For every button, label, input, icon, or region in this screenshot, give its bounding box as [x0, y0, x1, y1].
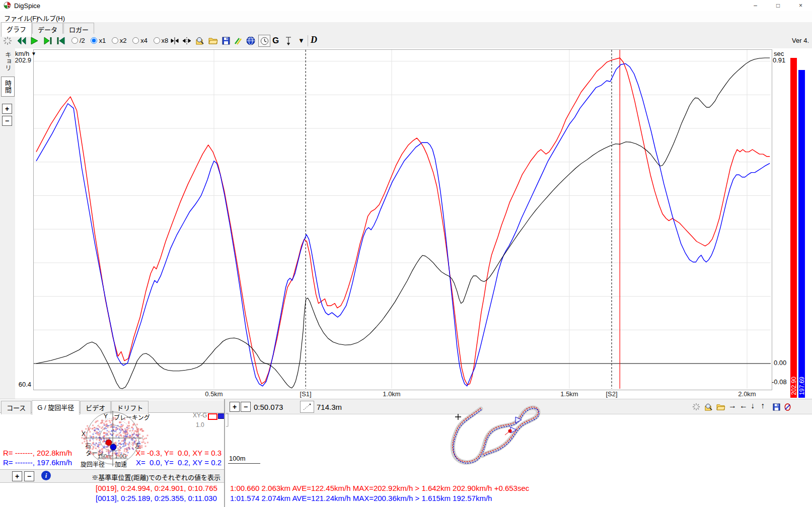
drift-d-button[interactable]: D [311, 35, 317, 45]
g-red-xy-value: X= -0.3, Y= 0.0, XY = 0.3 [121, 449, 222, 457]
map-scale-bar [228, 463, 260, 464]
shrink-horizontal-icon[interactable] [181, 35, 192, 46]
speed-label-x2: x2 [120, 37, 127, 44]
zoom-search-icon[interactable] [194, 35, 205, 46]
speed-option-x1[interactable]: x1 [91, 37, 106, 44]
g-red-r-value: R= -------, 202.8km/h [3, 449, 72, 457]
x-tick-[S2]: [S2] [597, 390, 627, 398]
speed-radio-x1[interactable] [91, 37, 97, 44]
map-time-value: 0:50.073 [254, 403, 283, 411]
g-zoom-out-button[interactable]: − [24, 471, 34, 481]
red-lap-status: [0019], 0:24.994, 0:24.901, 0:10.765 [96, 484, 217, 492]
g-zoom-in-button[interactable]: + [12, 471, 22, 481]
g-legend-scale: 1.0 [196, 421, 204, 428]
tab-course[interactable]: コース [1, 401, 31, 414]
speed-option-x8[interactable]: x8 [154, 37, 169, 44]
map-arrow-right-icon[interactable]: → [728, 401, 736, 410]
plus-glyph: + [5, 105, 9, 112]
g-view-button[interactable]: G [272, 36, 279, 46]
rail-tab-time[interactable]: 時間 [1, 77, 15, 97]
toolbar: /2 x1 x2 x4 x8 G ▼ D Ver 4. [0, 34, 812, 49]
marker-pen-icon[interactable] [233, 35, 244, 46]
y-right-min-label: -0.08 [772, 378, 787, 386]
open-folder-icon[interactable] [207, 35, 218, 46]
y-right-zero-label: 0.00 [774, 359, 786, 367]
map-arrow-up-icon[interactable]: ↑ [761, 401, 765, 410]
menu-help[interactable]: ヘルプ(H) [36, 13, 65, 23]
map-save-icon[interactable] [771, 401, 782, 412]
speed-option-x4[interactable]: x4 [132, 37, 147, 44]
x-tick-[S1]: [S1] [290, 390, 321, 398]
maximize-button[interactable]: □ [767, 0, 789, 11]
g-legend-label: XY-G [193, 412, 207, 419]
text-height-icon[interactable] [283, 35, 294, 46]
red-stats-line: 1:00.660 2.063km AVE=122.45km/h MAX=202.… [230, 484, 529, 492]
rail-zoom-in-button[interactable]: + [2, 104, 12, 114]
tab-drift[interactable]: ドリフト [111, 401, 149, 414]
speed-radio-half[interactable] [71, 37, 78, 44]
tab-video[interactable]: ビデオ [80, 401, 111, 414]
g-panel-note: ※基準車位置(距離)でのそれぞれの値を表示 [55, 472, 220, 482]
axis-dropdown-icon[interactable]: ▼ [31, 51, 36, 56]
speed-option-half[interactable]: /2 [71, 37, 85, 44]
refresh-burst-icon[interactable] [2, 35, 13, 46]
x-tick-2.0km: 2.0km [732, 390, 762, 398]
g-y-label: Y [104, 413, 108, 420]
map-distance-value: 714.3m [317, 403, 342, 411]
toolbar-divider [308, 35, 308, 46]
g-panel-control-row: + − i ※基準車位置(距離)でのそれぞれの値を表示 [0, 469, 224, 483]
menu-bar: ファイル(F) ヘルプ(H) [0, 11, 812, 22]
minus-glyph: − [244, 403, 248, 410]
minus-glyph: − [27, 473, 31, 480]
save-icon[interactable] [220, 35, 232, 46]
close-button[interactable]: × [789, 0, 812, 11]
play-icon[interactable] [29, 35, 40, 46]
step-forward-icon[interactable] [42, 35, 53, 46]
map-zoom-out-button[interactable]: − [241, 402, 251, 412]
g-braking-label: ブレーキング [114, 413, 150, 421]
map-zoom-search-icon[interactable] [703, 401, 714, 412]
track-map-area[interactable] [225, 414, 812, 482]
speed-radio-x4[interactable] [132, 37, 139, 44]
g-scale-m-label: 150m [98, 453, 112, 459]
tab-graph[interactable]: グラフ [1, 22, 32, 37]
map-burst-icon[interactable] [691, 401, 702, 412]
speed-label-x8: x8 [162, 37, 169, 44]
title-bar: DigSpice – □ × [0, 0, 812, 11]
g-x-label: X [82, 430, 86, 438]
info-icon[interactable]: i [41, 471, 51, 480]
rewind-icon[interactable] [16, 35, 27, 46]
playback-speed-group: /2 x1 x2 x4 x8 [71, 37, 172, 45]
map-zoom-in-button[interactable]: + [230, 402, 240, 412]
map-arrow-left-icon[interactable]: ← [740, 401, 748, 410]
dropdown-triangle-icon[interactable]: ▼ [298, 37, 305, 44]
clock-button[interactable] [258, 35, 270, 47]
speed-radio-x2[interactable] [112, 37, 118, 44]
tab-g-radius[interactable]: G / 旋回半径 [32, 400, 80, 415]
map-eraser-icon[interactable] [782, 401, 793, 412]
map-panel: + − 0:50.073 714.3m → ← ↓ ↑ 100m 1:00.66… [225, 399, 812, 507]
current-speed-bar-blue: 197.69 [798, 70, 805, 398]
x-tick-1.0km: 1.0km [377, 390, 407, 398]
map-arrow-down-icon[interactable]: ↓ [751, 401, 755, 410]
plus-glyph: + [15, 473, 19, 480]
plus-glyph: + [233, 403, 237, 410]
chart-plot-area[interactable] [33, 49, 772, 390]
speed-option-x2[interactable]: x2 [112, 37, 127, 44]
expand-horizontal-icon[interactable] [169, 35, 180, 46]
minimize-button[interactable]: – [744, 0, 767, 11]
x-tick-1.5km: 1.5km [554, 390, 584, 398]
step-back-icon[interactable] [55, 35, 66, 46]
y-left-min-label: 60.4 [7, 381, 31, 388]
blue-stats-line: 1:01.574 2.074km AVE=121.24km/h MAX=200.… [230, 494, 492, 502]
blue-lap-status: [0013], 0:25.189, 0:25.355, 0:11.030 [96, 494, 217, 502]
map-open-folder-icon[interactable] [715, 401, 726, 412]
menu-file[interactable]: ファイル(F) [4, 13, 39, 23]
rail-zoom-out-button[interactable]: − [2, 116, 12, 126]
speed-radio-x8[interactable] [154, 37, 160, 44]
speed-label-half: /2 [80, 37, 85, 44]
ruler-button[interactable] [300, 401, 314, 413]
globe-icon[interactable] [245, 35, 256, 46]
version-label: Ver 4. [792, 37, 809, 44]
current-speed-bar-red: 202.90 [790, 58, 797, 398]
